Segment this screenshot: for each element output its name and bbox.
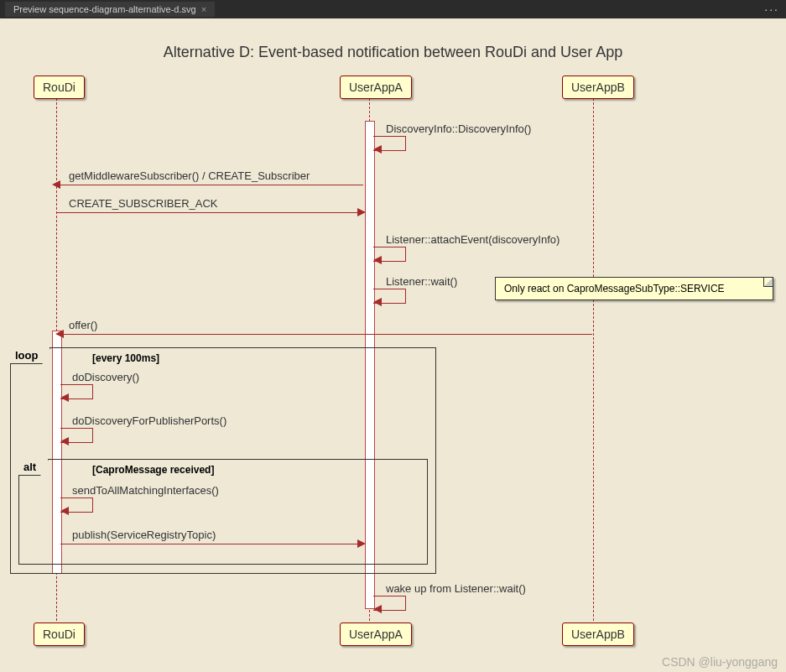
- arrowhead: [52, 180, 60, 189]
- participant-roudi-bottom: RouDi: [34, 623, 85, 646]
- msg-listenerwait: Listener::wait(): [386, 275, 457, 288]
- participant-userappb-bottom: UserAppB: [562, 623, 634, 646]
- lifeline-userappb: [593, 98, 594, 621]
- arrow: [60, 544, 359, 544]
- msg-wakeup: wake up from Listener::wait(): [386, 582, 526, 595]
- msg-dodiscovery: doDiscovery(): [72, 371, 139, 383]
- arrow: [62, 334, 592, 335]
- arrowhead: [357, 208, 366, 216]
- arrowhead: [357, 539, 366, 548]
- msg-offer: offer(): [69, 319, 97, 331]
- msg-attachevent: Listener::attachEvent(discoveryInfo): [386, 233, 560, 246]
- arrowhead: [373, 145, 382, 154]
- title-bar: Preview sequence-diagram-alternative-d.s…: [0, 0, 786, 18]
- tab-title: Preview sequence-diagram-alternative-d.s…: [13, 4, 196, 14]
- participant-userappa-top: UserAppA: [340, 76, 412, 99]
- msg-sendtoall: sendToAllMatchingInterfaces(): [72, 484, 219, 497]
- arrow: [57, 212, 359, 213]
- participant-roudi-top: RouDi: [34, 76, 85, 99]
- close-icon[interactable]: ×: [201, 4, 206, 14]
- msg-discoveryinfo: DiscoveryInfo::DiscoveryInfo(): [386, 122, 531, 135]
- diagram-canvas: Alternative D: Event-based notification …: [0, 18, 786, 672]
- msg-dodiscoverypub: doDiscoveryForPublisherPorts(): [72, 414, 226, 427]
- arrowhead: [373, 605, 382, 613]
- arrowhead: [60, 437, 69, 445]
- participant-userappa-bottom: UserAppA: [340, 623, 412, 646]
- frame-alt-cond: [CaproMessage received]: [92, 464, 214, 476]
- frame-loop-cond: [every 100ms]: [92, 352, 159, 364]
- arrow: [59, 185, 363, 185]
- watermark: CSDN @liu-yonggang: [662, 655, 778, 669]
- arrowhead: [60, 507, 69, 515]
- msg-publish: publish(ServiceRegistryTopic): [72, 529, 216, 541]
- overflow-icon[interactable]: ···: [764, 3, 779, 16]
- arrowhead: [60, 393, 69, 402]
- diagram-title: Alternative D: Event-based notification …: [0, 44, 786, 61]
- participant-userappb-top: UserAppB: [562, 76, 634, 99]
- msg-getmiddleware: getMiddlewareSubscriber() / CREATE_Subsc…: [69, 169, 310, 182]
- note-capro: Only react on CaproMessageSubType::SERVI…: [495, 277, 773, 300]
- msg-createsubscriberack: CREATE_SUBSCRIBER_ACK: [69, 197, 217, 210]
- editor-tab[interactable]: Preview sequence-diagram-alternative-d.s…: [5, 2, 215, 17]
- arrowhead: [373, 298, 382, 306]
- arrowhead: [55, 330, 64, 338]
- arrowhead: [373, 256, 382, 264]
